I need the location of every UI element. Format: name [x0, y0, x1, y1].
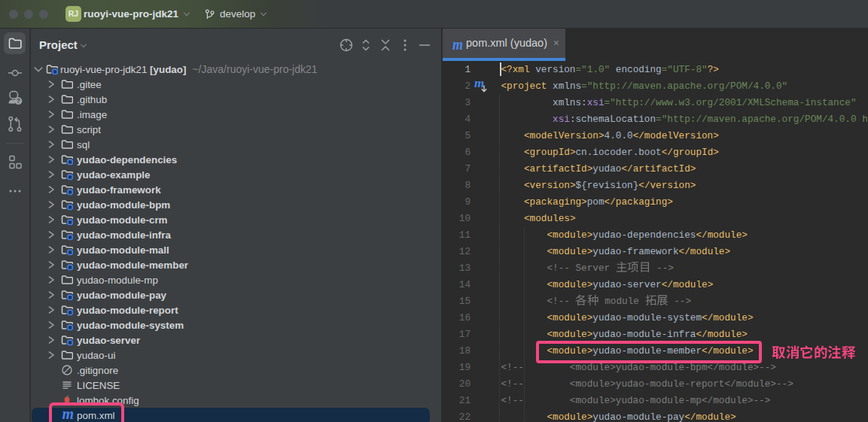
svg-text:?: ?: [17, 97, 20, 105]
